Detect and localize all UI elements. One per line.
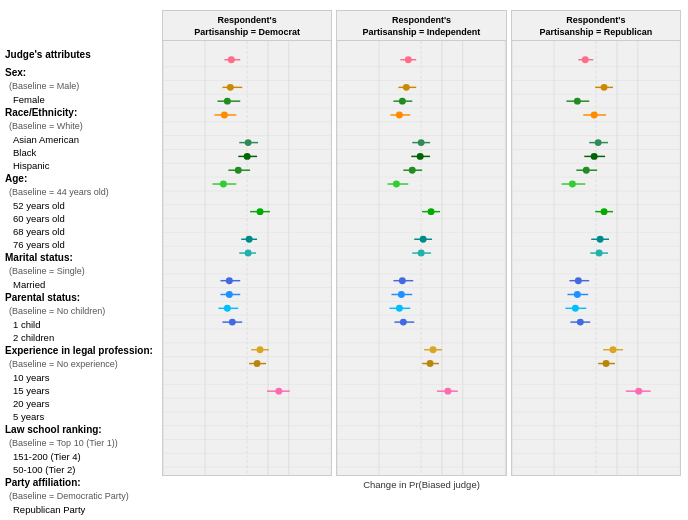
svg-point-214 xyxy=(595,250,602,257)
svg-point-216 xyxy=(575,277,582,284)
svg-text:0: 0 xyxy=(594,473,599,475)
svg-point-142 xyxy=(396,305,403,312)
svg-point-118 xyxy=(403,84,410,91)
svg-text:-1: -1 xyxy=(550,473,557,475)
lawschool-baseline: (Baseline = Top 10 (Tier 1)) xyxy=(5,437,156,450)
race-baseline: (Baseline = White) xyxy=(5,120,156,133)
svg-point-218 xyxy=(574,291,581,298)
svg-point-54 xyxy=(257,208,264,215)
svg-point-60 xyxy=(226,277,233,284)
sex-section: Sex: xyxy=(5,66,156,80)
svg-text:.1: .1 xyxy=(265,473,272,475)
svg-point-144 xyxy=(400,319,407,326)
svg-point-66 xyxy=(229,319,236,326)
exp20-item: 20 years xyxy=(5,397,156,410)
svg-point-50 xyxy=(235,167,242,174)
left-panel: Judge's attributes Sex: (Baseline = Male… xyxy=(5,10,160,490)
lawschool-section: Law school ranking: xyxy=(5,423,156,437)
main-container: Judge's attributes Sex: (Baseline = Male… xyxy=(0,0,688,520)
exp5-item: 5 years xyxy=(5,410,156,423)
svg-point-150 xyxy=(445,388,452,395)
svg-point-56 xyxy=(246,236,253,243)
attributes-title: Judge's attributes xyxy=(5,48,156,62)
svg-point-220 xyxy=(572,305,579,312)
experience-section: Experience in legal profession: xyxy=(5,344,156,358)
svg-point-146 xyxy=(430,346,437,353)
svg-text:-1: -1 xyxy=(202,473,209,475)
asian-item: Asian American xyxy=(5,133,156,146)
svg-point-224 xyxy=(609,346,616,353)
svg-point-64 xyxy=(224,305,231,312)
svg-text:.2: .2 xyxy=(285,473,292,475)
svg-text:0: 0 xyxy=(245,473,250,475)
svg-point-196 xyxy=(600,84,607,91)
svg-point-132 xyxy=(428,208,435,215)
svg-text:.2: .2 xyxy=(634,473,641,475)
svg-text:-2: -2 xyxy=(337,473,341,475)
sex-baseline: (Baseline = Male) xyxy=(5,80,156,93)
svg-text:0: 0 xyxy=(419,473,424,475)
svg-point-202 xyxy=(594,139,601,146)
svg-point-124 xyxy=(418,139,425,146)
panel-democrat-body: -2 -1 0 .1 .2 xyxy=(163,41,331,475)
age68-item: 68 years old xyxy=(5,225,156,238)
parental-section: Parental status: xyxy=(5,291,156,305)
panel-independent-body: -2 -1 0 .1 .2 xyxy=(337,41,505,475)
svg-text:-1: -1 xyxy=(376,473,383,475)
experience-baseline: (Baseline = No experience) xyxy=(5,358,156,371)
svg-point-198 xyxy=(574,98,581,105)
panel-democrat: Respondent's Partisanship = Democrat xyxy=(162,10,332,476)
svg-point-42 xyxy=(224,98,231,105)
svg-point-48 xyxy=(244,153,251,160)
svg-point-134 xyxy=(420,236,427,243)
svg-point-200 xyxy=(590,112,597,119)
svg-point-228 xyxy=(635,388,642,395)
svg-text:.2: .2 xyxy=(460,473,467,475)
married-item: Married xyxy=(5,278,156,291)
svg-point-194 xyxy=(581,56,588,63)
svg-point-68 xyxy=(257,346,264,353)
svg-point-210 xyxy=(600,208,607,215)
panel-republican-header: Respondent's Partisanship = Republican xyxy=(512,11,680,41)
age-section: Age: xyxy=(5,172,156,186)
panel-republican: Respondent's Partisanship = Republican xyxy=(511,10,681,476)
parental-baseline: (Baseline = No children) xyxy=(5,305,156,318)
child2-item: 2 children xyxy=(5,331,156,344)
republican-item: Republican Party xyxy=(5,503,156,516)
hispanic-item: Hispanic xyxy=(5,159,156,172)
svg-point-116 xyxy=(405,56,412,63)
svg-point-70 xyxy=(254,360,261,367)
svg-text:-2: -2 xyxy=(512,473,516,475)
svg-point-62 xyxy=(226,291,233,298)
black-item: Black xyxy=(5,146,156,159)
svg-point-204 xyxy=(590,153,597,160)
svg-point-126 xyxy=(417,153,424,160)
svg-point-222 xyxy=(577,319,584,326)
svg-point-138 xyxy=(399,277,406,284)
svg-point-44 xyxy=(221,112,228,119)
svg-point-38 xyxy=(228,56,235,63)
svg-text:-2: -2 xyxy=(163,473,167,475)
panel-independent-svg: -2 -1 0 .1 .2 xyxy=(337,41,505,475)
exp10-item: 10 years xyxy=(5,371,156,384)
child1-item: 1 child xyxy=(5,318,156,331)
party-baseline: (Baseline = Democratic Party) xyxy=(5,490,156,503)
x-axis-label: Change in Pr(Biased judge) xyxy=(160,479,683,490)
tier4-item: 151-200 (Tier 4) xyxy=(5,450,156,463)
panel-republican-body: -2 -1 0 .1 .2 xyxy=(512,41,680,475)
svg-point-136 xyxy=(418,250,425,257)
svg-point-226 xyxy=(602,360,609,367)
marital-baseline: (Baseline = Single) xyxy=(5,265,156,278)
panel-democrat-header: Respondent's Partisanship = Democrat xyxy=(163,11,331,41)
svg-point-206 xyxy=(582,167,589,174)
age-baseline: (Baseline = 44 years old) xyxy=(5,186,156,199)
svg-point-46 xyxy=(245,139,252,146)
age76-item: 76 years old xyxy=(5,238,156,251)
panel-independent-header: Respondent's Partisanship = Independent xyxy=(337,11,505,41)
tier2-item: 50-100 (Tier 2) xyxy=(5,463,156,476)
svg-point-122 xyxy=(396,112,403,119)
svg-text:.1: .1 xyxy=(439,473,446,475)
svg-point-52 xyxy=(220,181,227,188)
panel-independent: Respondent's Partisanship = Independent xyxy=(336,10,506,476)
exp15-item: 15 years xyxy=(5,384,156,397)
